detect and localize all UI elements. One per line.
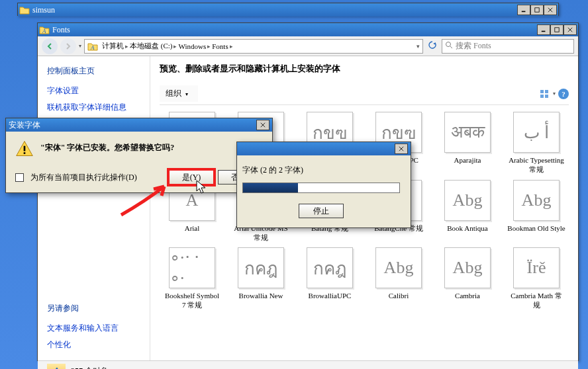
font-item[interactable]: ∘∙⋅ ⋅ ∘∙Bookshelf Symbol 7 常规 — [160, 247, 224, 310]
font-label: Aparajita — [454, 155, 481, 165]
font-item[interactable]: กคฎBrowalliaUPC — [297, 247, 362, 310]
maximize-button[interactable] — [530, 5, 544, 15]
svg-rect-7 — [540, 90, 544, 93]
svg-point-6 — [446, 42, 451, 46]
svg-rect-8 — [545, 90, 548, 93]
navigation-bar: ▾ A 计算机 ▸ 本地磁盘 (C:) ▸ Windows ▸ Fonts ▸ … — [38, 36, 578, 56]
font-thumbnail: Ïrě — [513, 247, 560, 288]
sidebar-link-personalization[interactable]: 个性化 — [47, 339, 140, 351]
apply-all-label: 为所有当前项目执行此操作(D) — [30, 172, 165, 183]
breadcrumb-segment[interactable]: 本地磁盘 (C:) — [130, 41, 172, 51]
progress-bar — [242, 183, 400, 193]
sidebar-link-online-fonts[interactable]: 联机获取字体详细信息 — [47, 101, 140, 114]
breadcrumb-dropdown[interactable]: ▾ — [416, 43, 420, 50]
breadcrumb-segment[interactable]: Windows — [178, 42, 206, 50]
font-item[interactable]: अबकAparajita — [435, 112, 500, 175]
dialog-titlebar — [237, 142, 411, 155]
status-count: 257 个对象 — [71, 366, 109, 369]
font-thumbnail: Abg — [513, 180, 560, 221]
font-item[interactable]: AbgCambria — [435, 247, 500, 310]
font-item[interactable]: AbgCalibri — [366, 247, 431, 310]
breadcrumb[interactable]: A 计算机 ▸ 本地磁盘 (C:) ▸ Windows ▸ Fonts ▸ ▾ — [84, 39, 423, 54]
font-label: BrowalliaUPC — [309, 291, 352, 300]
titlebar: simsun — [18, 3, 558, 17]
folder-icon — [19, 5, 30, 15]
sidebar-heading[interactable]: 控制面板主页 — [47, 65, 140, 77]
svg-rect-1 — [535, 8, 539, 12]
close-button[interactable] — [564, 24, 577, 35]
view-dropdown[interactable]: ▾ — [553, 91, 556, 97]
close-button[interactable] — [544, 5, 557, 15]
minimize-button[interactable] — [517, 5, 530, 15]
organize-button[interactable]: 组织 — [160, 85, 198, 102]
chevron-right-icon: ▸ — [173, 43, 177, 50]
font-label: Browallia New — [239, 291, 283, 300]
nav-history-button[interactable]: ▾ — [79, 43, 81, 49]
dialog-titlebar: 安装字体 — [6, 118, 272, 132]
font-item[interactable]: กคฎBrowallia New — [228, 247, 293, 310]
svg-rect-11 — [24, 146, 26, 151]
font-item[interactable]: AbgBookman Old Style — [504, 180, 569, 243]
apply-all-checkbox[interactable] — [15, 173, 24, 182]
search-placeholder: 搜索 Fonts — [456, 40, 491, 52]
refresh-button[interactable] — [426, 41, 439, 52]
close-button[interactable] — [256, 120, 270, 130]
sidebar-link-text-services[interactable]: 文本服务和输入语言 — [47, 322, 140, 335]
font-label: Cambria — [455, 291, 480, 300]
font-thumbnail: Abg — [444, 180, 491, 221]
svg-rect-10 — [545, 95, 548, 98]
view-mode-button[interactable] — [538, 88, 550, 100]
fonts-folder-icon: A — [39, 24, 50, 35]
font-thumbnail: أ ب — [513, 112, 560, 153]
font-label: Cambria Math 常规 — [507, 291, 565, 310]
font-thumbnail: अबक — [444, 112, 491, 153]
search-icon — [445, 41, 453, 52]
sidebar-heading-also: 另请参阅 — [47, 303, 140, 314]
window-title: Fonts — [52, 25, 537, 35]
svg-rect-3 — [542, 31, 546, 32]
font-item[interactable]: ÏrěCambria Math 常规 — [504, 247, 569, 310]
breadcrumb-segment[interactable]: Fonts — [212, 42, 228, 50]
breadcrumb-segment[interactable]: 计算机 — [102, 41, 124, 51]
svg-text:A: A — [90, 44, 95, 51]
svg-rect-4 — [555, 28, 559, 32]
chevron-right-icon: ▸ — [230, 43, 233, 50]
nav-forward-button[interactable] — [60, 38, 76, 54]
install-font-dialog: 安装字体 "宋体" 字体已安装。您希望替换它吗? 为所有当前项目执行此操作(D)… — [5, 118, 273, 193]
sidebar: 控制面板主页 字体设置 联机获取字体详细信息 调整 ClearType 文本 另… — [38, 56, 150, 360]
cursor-icon — [196, 180, 208, 194]
titlebar: A Fonts — [38, 23, 578, 36]
help-icon[interactable]: ? — [558, 89, 569, 99]
font-thumbnail: กคฎ — [307, 247, 353, 288]
dialog-message: "宋体" 字体已安装。您希望替换它吗? — [40, 140, 174, 153]
font-label: Book Antiqua — [447, 224, 487, 233]
font-label: Arabic Typesetting 常规 — [507, 155, 565, 175]
minimize-button[interactable] — [537, 24, 550, 35]
toolbar: 组织 ▾ ? — [160, 83, 569, 105]
search-input[interactable]: 搜索 Fonts — [442, 39, 574, 54]
svg-text:A: A — [42, 28, 46, 34]
page-title: 预览、删除或者显示和隐藏计算机上安装的字体 — [160, 63, 569, 75]
progress-status: 字体 (2 的 2 字体) — [242, 165, 400, 176]
chevron-right-icon: ▸ — [207, 43, 211, 50]
nav-back-button[interactable] — [42, 38, 58, 54]
font-label: Bookshelf Symbol 7 常规 — [163, 291, 221, 310]
maximize-button[interactable] — [550, 24, 564, 35]
svg-rect-12 — [24, 152, 26, 154]
font-item[interactable]: AbgBook Antiqua — [435, 180, 500, 243]
close-button[interactable] — [395, 144, 408, 154]
dialog-title: 安装字体 — [9, 120, 256, 131]
font-label: Arial — [185, 224, 200, 233]
font-item[interactable]: أ بArabic Typesetting 常规 — [504, 112, 569, 175]
font-thumbnail: Abg — [444, 247, 491, 288]
window-title: simsun — [32, 5, 517, 15]
background-window: simsun — [17, 3, 559, 16]
svg-rect-9 — [540, 95, 544, 98]
font-thumbnail: Abg — [375, 247, 422, 288]
font-thumbnail: ∘∙⋅ ⋅ ∘∙ — [169, 247, 215, 288]
install-progress-dialog: 字体 (2 的 2 字体) 停止 — [236, 142, 411, 228]
svg-rect-0 — [522, 11, 526, 13]
font-thumbnail: กคฎ — [238, 247, 284, 288]
stop-button[interactable]: 停止 — [299, 204, 344, 218]
sidebar-link-font-settings[interactable]: 字体设置 — [47, 85, 140, 97]
